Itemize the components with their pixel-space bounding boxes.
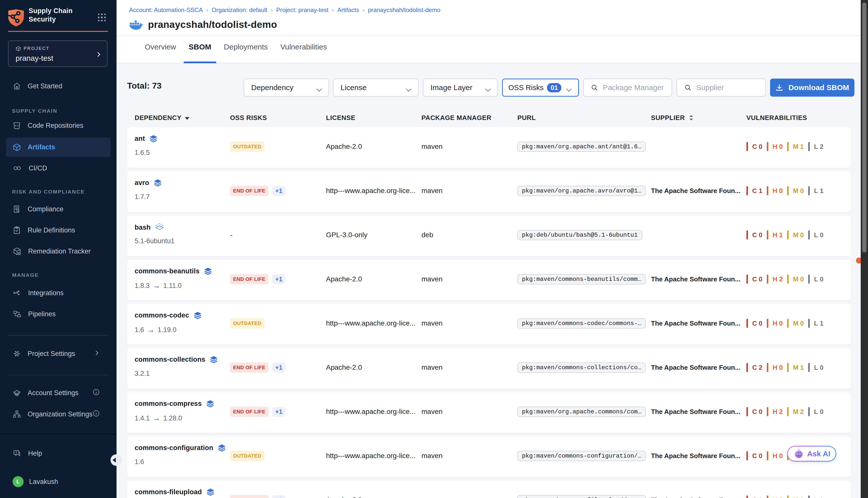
svg-text:?: ?	[15, 450, 17, 454]
